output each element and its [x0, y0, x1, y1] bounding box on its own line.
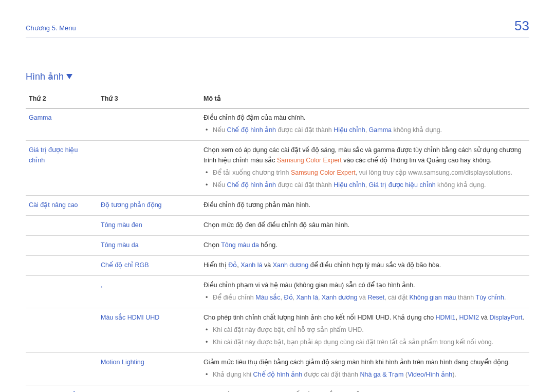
menu-table: Thứ 2 Thứ 3 Mô tả Gamma Điều chỉnh độ đậ…	[26, 89, 529, 392]
t: và	[263, 262, 273, 269]
t: được cài đặt thành	[276, 181, 334, 189]
t: , cài đặt	[384, 294, 409, 301]
t: Xanh lá	[296, 294, 318, 301]
t: Hiển thị	[203, 262, 228, 269]
t: Khả dụng khi	[213, 371, 253, 378]
row-adv-flesh: Tông màu da Chọn Tông màu da hồng.	[26, 236, 529, 256]
cell-opt-tone-c3: Tông màu	[98, 385, 200, 393]
t: Đỏ	[228, 262, 237, 269]
row-adv-motion: Motion Lighting Giảm mức tiêu thụ điện b…	[26, 353, 529, 385]
t: .	[504, 294, 506, 301]
t: Samsung Color Expert	[277, 157, 342, 164]
row-gamma: Gamma Điều chỉnh độ đậm của màu chính. N…	[26, 108, 529, 141]
adv-space-d: Điều chỉnh phạm vi và hệ màu (không gian…	[203, 280, 526, 290]
t: Màu sắc	[255, 294, 280, 301]
t: ).	[452, 371, 456, 378]
cell-adv-flesh-c3: Tông màu da	[98, 236, 200, 256]
adv-uhd-b1: Khi cài đặt này được bật, chỉ hỗ trợ sản…	[203, 325, 526, 335]
cell-adv-title: Cài đặt nâng cao	[26, 196, 98, 216]
t: HDMI2	[459, 314, 479, 321]
adv-uhd-line: Cho phép tinh chỉnh chất lượng hình ảnh …	[203, 312, 526, 323]
cell-adv-black-c3: Tông màu đen	[98, 216, 200, 236]
t: Cho phép tinh chỉnh chất lượng hình ảnh …	[203, 314, 436, 321]
row-adv-black: Tông màu đen Chọn mức độ đen để điều chỉ…	[26, 216, 529, 236]
t: vào các chế độ Thông tin và Quảng cáo ha…	[342, 157, 492, 164]
t: không khả dụng.	[392, 126, 442, 134]
row-opt-tone: Tùy chọn hình ảnh Tông màu Chọn một tông…	[26, 385, 529, 393]
row-adv-rgb: Chế độ chỉ RGB Hiển thị Đỏ, Xanh lá và X…	[26, 256, 529, 276]
cell-adv-motion-c3: Motion Lighting	[98, 353, 200, 385]
t: Reset	[368, 294, 385, 301]
cell-adv-black-d: Chọn mức độ đen để điều chỉnh độ sâu màn…	[200, 216, 529, 236]
cell-opt-title: Tùy chọn hình ảnh	[26, 385, 98, 393]
t: Nếu	[213, 181, 227, 189]
adv-motion-d: Giảm mức tiêu thụ điện bằng cách giảm độ…	[203, 357, 526, 367]
cell-adv-contrast-c3: Độ tương phản động	[98, 196, 200, 216]
t: Hiệu chỉnh	[334, 126, 365, 134]
t: Xanh lá	[240, 262, 262, 269]
t: không khả dụng.	[436, 181, 486, 189]
t: để điều chỉnh hợp lý màu sắc và độ bão h…	[308, 262, 441, 269]
t: Hiệu chỉnh	[334, 181, 365, 189]
cell-adv-space-c3: ,	[98, 276, 200, 308]
section-title-text: Hình ảnh	[26, 71, 64, 82]
t: được cài đặt thành	[276, 126, 334, 134]
t: Đỏ	[284, 294, 292, 301]
t: được cài đặt thành	[302, 371, 360, 378]
col-header-3: Thứ 3	[98, 89, 200, 108]
cell-adv-rgb-c3: Chế độ chỉ RGB	[98, 256, 200, 276]
t: ,	[318, 294, 322, 301]
t: , vui lòng truy cập www.samsung.com/disp…	[356, 169, 512, 176]
section-title: Hình ảnh	[26, 71, 529, 82]
cell-calib-c2: Giá trị được hiệu chỉnh	[26, 141, 98, 196]
t: và	[357, 294, 367, 301]
gamma-line1: Điều chỉnh độ đậm của màu chính.	[203, 113, 526, 123]
row-adv-uhd: Màu sắc HDMI UHD Cho phép tinh chỉnh chấ…	[26, 308, 529, 353]
t: Nếu	[213, 126, 227, 134]
adv-motion-b: Khả dụng khi Chế độ hình ảnh được cài đặ…	[203, 369, 526, 380]
t: Chế độ hình ảnh	[227, 181, 276, 189]
row-calibrated: Giá trị được hiệu chỉnh Chọn xem có áp d…	[26, 141, 529, 196]
t: Video/Hình ảnh	[408, 371, 452, 378]
adv-uhd-b2: Khi cài đặt này được bật, bạn phải áp dụ…	[203, 337, 526, 347]
t: ,	[365, 126, 369, 134]
cell-gamma-c2: Gamma	[26, 108, 98, 141]
chapter-label: Chương 5. Menu	[26, 24, 76, 32]
col-header-2: Thứ 2	[26, 89, 98, 108]
t: Samsung Color Expert	[291, 169, 356, 176]
t: Chế độ hình ảnh	[253, 371, 303, 378]
cell-adv-uhd-c3: Màu sắc HDMI UHD	[98, 308, 200, 353]
t: Để tải xuống chương trình	[213, 169, 291, 176]
t: DisplayPort	[489, 314, 522, 321]
calib-b2: Nếu Chế độ hình ảnh được cài đặt thành H…	[203, 180, 526, 190]
calib-line1: Chọn xem có áp dụng các cài đặt về độ sá…	[203, 145, 526, 165]
t: Tùy chỉnh	[476, 294, 504, 301]
t: Chọn	[203, 241, 221, 249]
cell-adv-rgb-d: Hiển thị Đỏ, Xanh lá và Xanh dương để đi…	[200, 256, 529, 276]
t: hồng.	[259, 241, 278, 249]
t: Tông màu da	[221, 241, 259, 249]
row-adv-contrast: Cài đặt nâng cao Độ tương phản động Điều…	[26, 196, 529, 216]
opt-tone-d: Chọn một tông màu phù hợp nhất với yêu c…	[203, 389, 526, 392]
t: Chế độ hình ảnh	[227, 126, 276, 134]
gamma-bullet1: Nếu Chế độ hình ảnh được cài đặt thành H…	[203, 125, 526, 135]
chevron-down-icon	[66, 74, 72, 79]
t: Nhà ga & Trạm	[360, 371, 403, 378]
t: HDMI1	[436, 314, 456, 321]
t: .	[522, 314, 524, 321]
row-adv-space: , Điều chỉnh phạm vi và hệ màu (không gi…	[26, 276, 529, 308]
page-number: 53	[514, 18, 529, 34]
t: Giá trị được hiệu chỉnh	[369, 181, 436, 189]
calib-b1: Để tải xuống chương trình Samsung Color …	[203, 167, 526, 178]
t: Không gian màu	[409, 294, 456, 301]
cell-adv-flesh-d: Chọn Tông màu da hồng.	[200, 236, 529, 256]
cell-adv-contrast-d: Điều chỉnh độ tương phản màn hình.	[200, 196, 529, 216]
t: ,	[365, 181, 369, 189]
t: Để điều chỉnh	[213, 294, 255, 301]
t: và	[479, 314, 489, 321]
t: Gamma	[369, 126, 392, 134]
col-header-desc: Mô tả	[200, 89, 529, 108]
t: Xanh dương	[322, 294, 358, 301]
t: Xanh dương	[273, 262, 309, 269]
t: thành	[456, 294, 476, 301]
